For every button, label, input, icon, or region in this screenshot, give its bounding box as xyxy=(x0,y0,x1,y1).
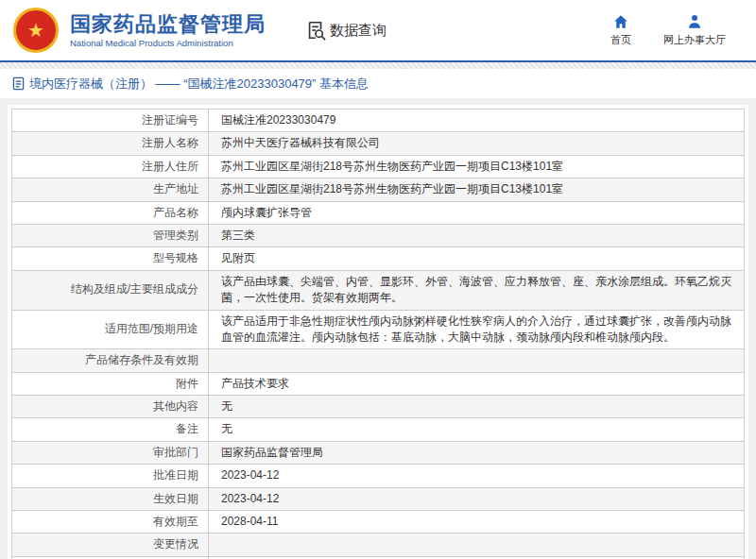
row-value: 2023-04-12 xyxy=(209,465,745,487)
row-value: 2028-04-11 xyxy=(209,511,745,534)
row-label: 其他内容 xyxy=(12,396,209,418)
table-row: 注册证编号国械注准20233030479 xyxy=(12,110,745,132)
site-header: ★ 国家药品监督管理局 National Medical Products Ad… xyxy=(0,0,756,60)
table-row: 管理类别第三类 xyxy=(12,224,745,246)
table-row: 变更情况 xyxy=(12,534,745,556)
table-row: 备注无 xyxy=(12,418,745,441)
row-label: 变更情况 xyxy=(12,534,209,556)
nav-service-hall-label: 网上办事大厅 xyxy=(663,33,726,47)
table-row: 生产地址苏州工业园区星湖街218号苏州生物医药产业园一期项目C13楼101室 xyxy=(12,178,745,201)
registration-info-table: 注册证编号国械注准20233030479注册人名称苏州中天医疗器械科技有限公司注… xyxy=(11,109,745,559)
row-value: 苏州工业园区星湖街218号苏州生物医药产业园一期项目C13楼101室 xyxy=(209,155,745,178)
table-row: 有效期至2028-04-11 xyxy=(12,511,745,534)
row-label: 型号规格 xyxy=(12,247,209,270)
row-label: 产品储存条件及有效期 xyxy=(12,349,209,372)
info-table-body: 注册证编号国械注准20233030479注册人名称苏州中天医疗器械科技有限公司注… xyxy=(12,110,745,559)
row-value: 国械注准20233030479 xyxy=(209,110,745,132)
person-icon xyxy=(686,13,703,30)
table-row: 批准日期2023-04-12 xyxy=(12,465,745,487)
breadcrumb-text: 境内医疗器械（注册） —— “国械注准20233030479” 基本信息 xyxy=(29,76,369,93)
row-value: 该产品适用于非急性期症状性颅内动脉粥样硬化性狭窄病人的介入治疗，通过球囊扩张，改… xyxy=(209,310,745,349)
row-label: 产品名称 xyxy=(12,201,209,224)
national-emblem-logo: ★ xyxy=(13,8,59,53)
row-value: 苏州工业园区星湖街218号苏州生物医药产业园一期项目C13楼101室 xyxy=(209,178,745,201)
row-value xyxy=(209,534,745,556)
row-label: 注册证编号 xyxy=(12,110,209,132)
hatch-strip xyxy=(0,62,756,69)
table-row: 生效日期2023-04-12 xyxy=(12,487,745,510)
data-query-icon xyxy=(305,20,326,41)
nav-service-hall[interactable]: 网上办事大厅 xyxy=(663,13,726,47)
row-label: 生产地址 xyxy=(12,178,209,201)
row-label: 注册人住所 xyxy=(12,155,209,178)
table-row: 结构及组成/主要组成成分该产品由球囊、尖端管、内管、显影环、外管、海波管、应力释… xyxy=(12,270,745,310)
content-panel: 注册证编号国械注准20233030479注册人名称苏州中天医疗器械科技有限公司注… xyxy=(8,105,748,559)
table-row: 其他内容无 xyxy=(12,396,745,418)
row-value: 2023-04-12 xyxy=(209,487,745,510)
row-value: 颅内球囊扩张导管 xyxy=(209,201,745,224)
breadcrumb: 境内医疗器械（注册） —— “国械注准20233030479” 基本信息 xyxy=(0,69,756,98)
row-label: 备注 xyxy=(12,418,209,441)
nav-home-label: 首页 xyxy=(610,33,631,47)
table-row: 适用范围/预期用途该产品适用于非急性期症状性颅内动脉粥样硬化性狭窄病人的介入治疗… xyxy=(12,310,745,349)
row-label: 审批部门 xyxy=(12,441,209,464)
row-value: 第三类 xyxy=(209,224,745,246)
data-query-entry[interactable]: 数据查询 xyxy=(305,20,387,41)
row-label: 管理类别 xyxy=(12,224,209,246)
home-icon xyxy=(612,13,629,30)
row-value: 苏州中天医疗器械科技有限公司 xyxy=(209,132,745,155)
row-value: 无 xyxy=(209,418,745,441)
row-label: 生效日期 xyxy=(12,487,209,510)
top-nav: 首页 网上办事大厅 xyxy=(610,13,743,47)
table-row: 产品储存条件及有效期 xyxy=(12,349,745,372)
table-row: 附件产品技术要求 xyxy=(12,372,745,395)
table-row: 注册人住所苏州工业园区星湖街218号苏州生物医药产业园一期项目C13楼101室 xyxy=(12,155,745,178)
row-label: 注册人名称 xyxy=(12,132,209,155)
table-row: 型号规格见附页 xyxy=(12,247,745,270)
org-name-en: National Medical Products Administration xyxy=(70,38,266,48)
table-row: 注册人名称苏州中天医疗器械科技有限公司 xyxy=(12,132,745,155)
row-label: 附件 xyxy=(12,372,209,395)
gap-strip xyxy=(0,98,756,105)
row-label: 结构及组成/主要组成成分 xyxy=(12,270,209,310)
org-title-block: 国家药品监督管理局 National Medical Products Admi… xyxy=(70,12,266,48)
row-value: 产品技术要求 xyxy=(209,372,745,395)
row-value: 见附页 xyxy=(209,247,745,270)
table-row: 产品名称颅内球囊扩张导管 xyxy=(12,201,745,224)
document-icon xyxy=(12,76,25,91)
row-label: 批准日期 xyxy=(12,465,209,487)
row-value xyxy=(209,349,745,372)
table-row: 审批部门国家药品监督管理局 xyxy=(12,441,745,464)
org-name-cn: 国家药品监督管理局 xyxy=(70,12,266,36)
row-value: 该产品由球囊、尖端管、内管、显影环、外管、海波管、应力释放管、座、亲水涂层组成。… xyxy=(209,270,745,310)
row-label: 适用范围/预期用途 xyxy=(12,310,209,349)
data-query-label: 数据查询 xyxy=(330,22,387,40)
row-value: 国家药品监督管理局 xyxy=(209,441,745,464)
row-value: 无 xyxy=(209,396,745,418)
row-label: 有效期至 xyxy=(12,511,209,534)
nav-home[interactable]: 首页 xyxy=(610,13,631,47)
